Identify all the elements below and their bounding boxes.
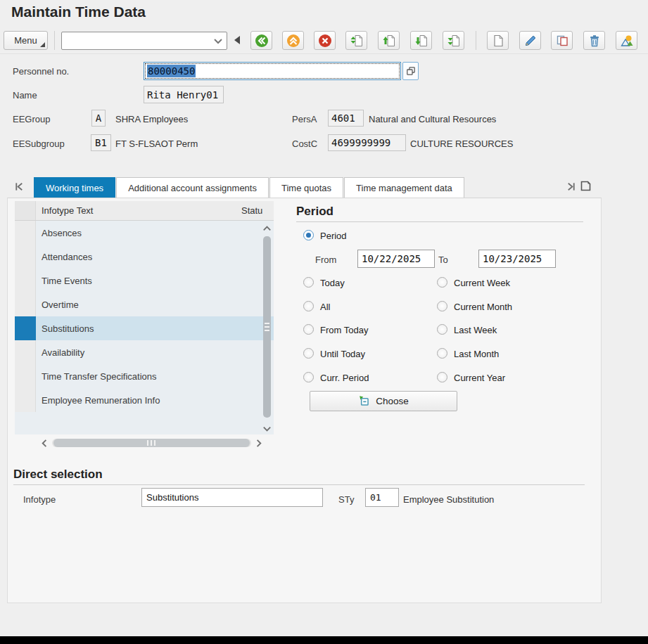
direct-selection-heading: Direct selection: [13, 468, 103, 482]
cancel-icon: [318, 34, 332, 48]
radio-until-today[interactable]: [303, 348, 314, 359]
tab-working-times[interactable]: Working times: [34, 177, 115, 198]
back-button[interactable]: [250, 31, 272, 50]
eesubgroup-value: B1: [91, 134, 111, 151]
table-row-overtime[interactable]: Overtime: [15, 292, 274, 316]
personnel-input[interactable]: 80000450: [144, 62, 401, 80]
row-selector[interactable]: [15, 269, 36, 292]
sty-label: STy: [338, 494, 354, 505]
radio-all[interactable]: [303, 301, 314, 311]
table-row-attendances[interactable]: Attendances: [15, 245, 274, 269]
cancel-button[interactable]: [314, 31, 336, 50]
costc-value: 4699999999: [328, 134, 406, 151]
radio-current-month[interactable]: [437, 301, 447, 311]
edit-button[interactable]: [519, 31, 541, 50]
next-page-icon: [414, 34, 428, 48]
detach-tab-icon[interactable]: [580, 180, 592, 192]
radio-last-week-label: Last Week: [454, 325, 497, 335]
radio-period[interactable]: [303, 230, 314, 240]
infotype-text-column-header: Infotype Text: [42, 205, 93, 216]
eegroup-value: A: [91, 110, 106, 127]
radio-current-week-label: Current Week: [454, 278, 510, 288]
choose-button-label: Choose: [376, 396, 409, 406]
radio-current-week[interactable]: [437, 277, 447, 288]
toolbar-separator: [476, 31, 476, 50]
row-selector[interactable]: [15, 221, 36, 245]
overview-icon: [620, 34, 634, 48]
table-row-employee-remuneration-info[interactable]: Employee Remuneration Info: [15, 388, 274, 412]
scroll-up-icon[interactable]: [262, 224, 272, 234]
table-row-time-transfer-specifications[interactable]: Time Transfer Specifications: [15, 364, 274, 388]
row-selector[interactable]: [15, 316, 36, 340]
choose-button[interactable]: Choose: [310, 391, 457, 411]
exit-button[interactable]: [282, 31, 304, 50]
choose-icon: [358, 395, 370, 407]
tab-additional-account-assignments[interactable]: Additional account assignments: [116, 177, 269, 198]
persa-text: Natural and Cultural Resources: [369, 114, 496, 124]
menu-button-label: Menu: [14, 35, 37, 46]
previous-page-button[interactable]: [378, 31, 400, 50]
radio-curr-period[interactable]: [303, 372, 314, 382]
overview-button[interactable]: [616, 31, 637, 50]
create-icon: [491, 34, 505, 48]
row-selector[interactable]: [15, 364, 36, 388]
from-date-input[interactable]: [357, 250, 435, 268]
status-column-header: Statu: [241, 205, 262, 216]
last-page-button[interactable]: [443, 31, 464, 50]
scroll-tabs-last-icon[interactable]: [566, 181, 576, 192]
last-page-icon: [447, 34, 461, 48]
table-row-substitutions[interactable]: Substitutions: [15, 316, 274, 340]
menu-button[interactable]: Menu: [4, 31, 48, 50]
create-button[interactable]: [487, 31, 509, 50]
radio-current-year-label: Current Year: [454, 373, 505, 383]
sty-input[interactable]: [365, 488, 399, 507]
copy-button[interactable]: [551, 31, 573, 50]
scrollbar-grip: [147, 440, 155, 446]
command-field[interactable]: [61, 32, 227, 50]
first-page-button[interactable]: [345, 31, 367, 50]
row-selector[interactable]: [15, 388, 36, 412]
delete-button[interactable]: [583, 31, 605, 50]
collapse-toolbar-icon[interactable]: [234, 36, 240, 44]
radio-period-label: Period: [320, 231, 347, 241]
radio-today-label: Today: [320, 278, 345, 288]
direct-selection-divider: [13, 484, 585, 485]
radio-from-today-label: From Today: [320, 325, 368, 335]
horizontal-scrollbar[interactable]: [53, 439, 250, 447]
radio-dot: [306, 233, 311, 238]
table-row-absences[interactable]: Absences: [15, 221, 274, 245]
radio-today[interactable]: [303, 277, 314, 288]
chevron-down-icon[interactable]: [214, 38, 222, 44]
tab-strip: Working times Additional account assignm…: [34, 177, 465, 198]
sty-text: Employee Substitution: [403, 494, 494, 505]
command-input[interactable]: [62, 32, 214, 49]
tab-time-quotas[interactable]: Time quotas: [269, 177, 343, 198]
next-page-button[interactable]: [410, 31, 432, 50]
table-row-time-events[interactable]: Time Events: [15, 269, 274, 292]
menu-dropdown-corner-icon: [40, 42, 45, 47]
scroll-down-icon[interactable]: [262, 423, 272, 434]
scroll-tabs-first-icon[interactable]: [14, 181, 25, 192]
vertical-scrollbar[interactable]: [263, 236, 271, 418]
bottom-bar: [0, 636, 648, 644]
radio-all-label: All: [320, 302, 330, 312]
row-selector[interactable]: [15, 245, 36, 269]
radio-last-week[interactable]: [437, 324, 447, 335]
row-selector[interactable]: [15, 340, 36, 364]
radio-from-today[interactable]: [303, 324, 314, 335]
table-row-availability[interactable]: Availability: [15, 340, 274, 364]
row-selector[interactable]: [15, 292, 36, 316]
radio-last-month[interactable]: [437, 348, 447, 359]
radio-current-year[interactable]: [437, 372, 447, 382]
period-heading: Period: [296, 205, 333, 219]
to-date-input[interactable]: [478, 250, 556, 268]
scroll-right-icon[interactable]: [253, 438, 264, 449]
personnel-value: 80000450: [147, 65, 196, 77]
infotype-input[interactable]: [141, 488, 323, 507]
costc-text: CULTURE RESOURCES: [410, 139, 513, 149]
infotype-table: Absences Attendances Time Events Overtim…: [15, 221, 274, 434]
value-help-button[interactable]: [402, 62, 419, 80]
scroll-left-icon[interactable]: [39, 438, 50, 449]
tab-time-management-data[interactable]: Time management data: [344, 177, 464, 198]
delete-icon: [587, 34, 602, 48]
